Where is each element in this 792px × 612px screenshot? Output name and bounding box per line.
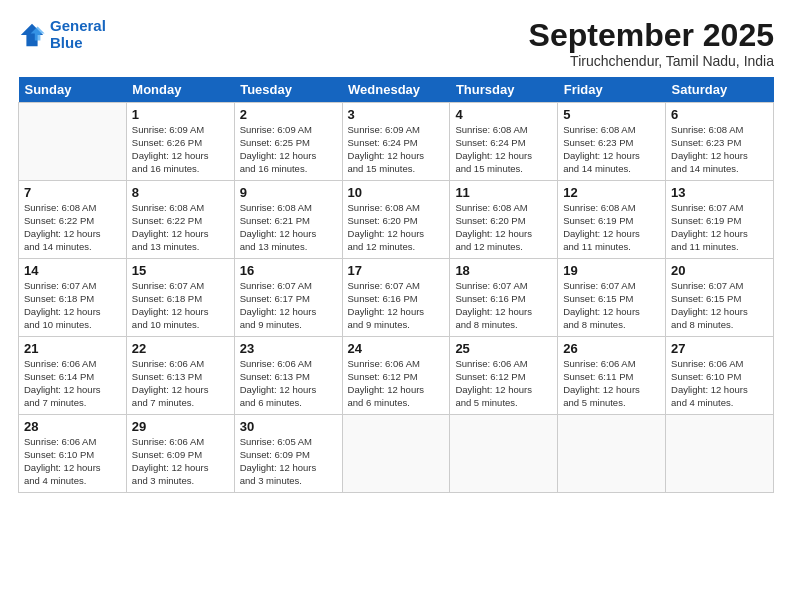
day-cell [450,415,558,493]
day-info: Sunrise: 6:06 AM Sunset: 6:14 PM Dayligh… [24,358,121,409]
week-row-5: 28Sunrise: 6:06 AM Sunset: 6:10 PM Dayli… [19,415,774,493]
day-cell: 24Sunrise: 6:06 AM Sunset: 6:12 PM Dayli… [342,337,450,415]
day-number: 4 [455,107,552,122]
day-cell: 19Sunrise: 6:07 AM Sunset: 6:15 PM Dayli… [558,259,666,337]
day-cell: 29Sunrise: 6:06 AM Sunset: 6:09 PM Dayli… [126,415,234,493]
day-info: Sunrise: 6:07 AM Sunset: 6:16 PM Dayligh… [455,280,552,331]
title-block: September 2025 Tiruchchendur, Tamil Nadu… [529,18,774,69]
day-cell: 13Sunrise: 6:07 AM Sunset: 6:19 PM Dayli… [666,181,774,259]
day-number: 8 [132,185,229,200]
day-info: Sunrise: 6:06 AM Sunset: 6:12 PM Dayligh… [348,358,445,409]
day-cell: 26Sunrise: 6:06 AM Sunset: 6:11 PM Dayli… [558,337,666,415]
day-info: Sunrise: 6:06 AM Sunset: 6:13 PM Dayligh… [132,358,229,409]
day-info: Sunrise: 6:08 AM Sunset: 6:20 PM Dayligh… [348,202,445,253]
day-number: 24 [348,341,445,356]
logo-blue: Blue [50,35,106,52]
day-number: 16 [240,263,337,278]
day-cell: 28Sunrise: 6:06 AM Sunset: 6:10 PM Dayli… [19,415,127,493]
col-sunday: Sunday [19,77,127,103]
day-info: Sunrise: 6:08 AM Sunset: 6:22 PM Dayligh… [24,202,121,253]
day-cell: 14Sunrise: 6:07 AM Sunset: 6:18 PM Dayli… [19,259,127,337]
day-cell [666,415,774,493]
day-info: Sunrise: 6:06 AM Sunset: 6:10 PM Dayligh… [671,358,768,409]
day-info: Sunrise: 6:07 AM Sunset: 6:16 PM Dayligh… [348,280,445,331]
day-info: Sunrise: 6:08 AM Sunset: 6:24 PM Dayligh… [455,124,552,175]
day-number: 13 [671,185,768,200]
day-number: 25 [455,341,552,356]
day-cell: 30Sunrise: 6:05 AM Sunset: 6:09 PM Dayli… [234,415,342,493]
day-number: 11 [455,185,552,200]
day-info: Sunrise: 6:07 AM Sunset: 6:19 PM Dayligh… [671,202,768,253]
week-row-2: 7Sunrise: 6:08 AM Sunset: 6:22 PM Daylig… [19,181,774,259]
day-number: 18 [455,263,552,278]
day-cell: 8Sunrise: 6:08 AM Sunset: 6:22 PM Daylig… [126,181,234,259]
day-cell: 7Sunrise: 6:08 AM Sunset: 6:22 PM Daylig… [19,181,127,259]
month-title: September 2025 [529,18,774,53]
day-info: Sunrise: 6:06 AM Sunset: 6:12 PM Dayligh… [455,358,552,409]
day-cell: 15Sunrise: 6:07 AM Sunset: 6:18 PM Dayli… [126,259,234,337]
day-info: Sunrise: 6:08 AM Sunset: 6:23 PM Dayligh… [671,124,768,175]
day-cell: 10Sunrise: 6:08 AM Sunset: 6:20 PM Dayli… [342,181,450,259]
day-info: Sunrise: 6:08 AM Sunset: 6:20 PM Dayligh… [455,202,552,253]
day-cell: 4Sunrise: 6:08 AM Sunset: 6:24 PM Daylig… [450,103,558,181]
day-info: Sunrise: 6:08 AM Sunset: 6:22 PM Dayligh… [132,202,229,253]
day-cell [19,103,127,181]
logo-text: General Blue [50,18,106,51]
week-row-4: 21Sunrise: 6:06 AM Sunset: 6:14 PM Dayli… [19,337,774,415]
day-cell: 25Sunrise: 6:06 AM Sunset: 6:12 PM Dayli… [450,337,558,415]
day-cell: 27Sunrise: 6:06 AM Sunset: 6:10 PM Dayli… [666,337,774,415]
day-cell: 23Sunrise: 6:06 AM Sunset: 6:13 PM Dayli… [234,337,342,415]
col-tuesday: Tuesday [234,77,342,103]
day-info: Sunrise: 6:08 AM Sunset: 6:23 PM Dayligh… [563,124,660,175]
day-number: 27 [671,341,768,356]
day-info: Sunrise: 6:06 AM Sunset: 6:11 PM Dayligh… [563,358,660,409]
day-number: 15 [132,263,229,278]
day-number: 26 [563,341,660,356]
day-cell: 21Sunrise: 6:06 AM Sunset: 6:14 PM Dayli… [19,337,127,415]
day-number: 21 [24,341,121,356]
day-info: Sunrise: 6:09 AM Sunset: 6:26 PM Dayligh… [132,124,229,175]
day-cell: 3Sunrise: 6:09 AM Sunset: 6:24 PM Daylig… [342,103,450,181]
day-cell: 12Sunrise: 6:08 AM Sunset: 6:19 PM Dayli… [558,181,666,259]
col-saturday: Saturday [666,77,774,103]
page: General Blue September 2025 Tiruchchendu… [0,0,792,612]
day-number: 10 [348,185,445,200]
day-info: Sunrise: 6:07 AM Sunset: 6:18 PM Dayligh… [132,280,229,331]
day-cell: 1Sunrise: 6:09 AM Sunset: 6:26 PM Daylig… [126,103,234,181]
day-info: Sunrise: 6:06 AM Sunset: 6:13 PM Dayligh… [240,358,337,409]
day-number: 20 [671,263,768,278]
day-cell: 9Sunrise: 6:08 AM Sunset: 6:21 PM Daylig… [234,181,342,259]
day-cell: 20Sunrise: 6:07 AM Sunset: 6:15 PM Dayli… [666,259,774,337]
day-info: Sunrise: 6:08 AM Sunset: 6:19 PM Dayligh… [563,202,660,253]
day-number: 29 [132,419,229,434]
day-number: 2 [240,107,337,122]
day-cell: 5Sunrise: 6:08 AM Sunset: 6:23 PM Daylig… [558,103,666,181]
location: Tiruchchendur, Tamil Nadu, India [529,53,774,69]
day-info: Sunrise: 6:09 AM Sunset: 6:25 PM Dayligh… [240,124,337,175]
day-number: 28 [24,419,121,434]
day-cell: 11Sunrise: 6:08 AM Sunset: 6:20 PM Dayli… [450,181,558,259]
day-info: Sunrise: 6:07 AM Sunset: 6:15 PM Dayligh… [563,280,660,331]
week-row-3: 14Sunrise: 6:07 AM Sunset: 6:18 PM Dayli… [19,259,774,337]
day-number: 6 [671,107,768,122]
day-number: 30 [240,419,337,434]
day-cell [342,415,450,493]
day-info: Sunrise: 6:05 AM Sunset: 6:09 PM Dayligh… [240,436,337,487]
col-thursday: Thursday [450,77,558,103]
day-info: Sunrise: 6:06 AM Sunset: 6:10 PM Dayligh… [24,436,121,487]
week-row-1: 1Sunrise: 6:09 AM Sunset: 6:26 PM Daylig… [19,103,774,181]
day-cell [558,415,666,493]
day-cell: 22Sunrise: 6:06 AM Sunset: 6:13 PM Dayli… [126,337,234,415]
day-info: Sunrise: 6:06 AM Sunset: 6:09 PM Dayligh… [132,436,229,487]
day-info: Sunrise: 6:07 AM Sunset: 6:18 PM Dayligh… [24,280,121,331]
day-number: 14 [24,263,121,278]
day-number: 7 [24,185,121,200]
col-wednesday: Wednesday [342,77,450,103]
day-cell: 18Sunrise: 6:07 AM Sunset: 6:16 PM Dayli… [450,259,558,337]
logo: General Blue [18,18,106,51]
day-number: 22 [132,341,229,356]
day-info: Sunrise: 6:07 AM Sunset: 6:15 PM Dayligh… [671,280,768,331]
logo-general: General [50,17,106,34]
day-cell: 16Sunrise: 6:07 AM Sunset: 6:17 PM Dayli… [234,259,342,337]
day-info: Sunrise: 6:07 AM Sunset: 6:17 PM Dayligh… [240,280,337,331]
